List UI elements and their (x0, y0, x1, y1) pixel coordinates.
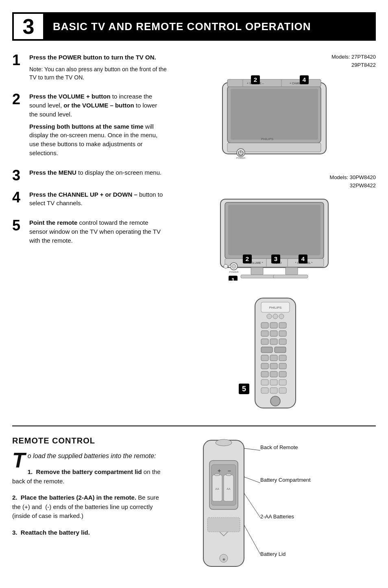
chapter-number: 3 (12, 12, 45, 41)
chapter-title: Basic TV and Remote Control Operation (45, 15, 376, 38)
annotation-2aa-batteries: 2-AA Batteries (260, 513, 294, 520)
remote-back-svg: + – AA AA ◉ (179, 436, 285, 588)
step-2-main-text: Press the VOLUME + button to increase th… (29, 92, 167, 118)
step-2: 2 Press the VOLUME + button to increase … (12, 92, 167, 160)
svg-text:POWER: POWER (236, 157, 246, 159)
svg-text:–: – (228, 467, 231, 474)
annotation-battery-compartment: Battery Compartment (260, 477, 311, 483)
step-1-note: Note: You can also press any button on t… (29, 65, 167, 82)
svg-rect-76 (279, 388, 286, 393)
svg-text:2: 2 (254, 76, 257, 83)
svg-rect-21 (228, 205, 320, 255)
step-5-content: Point the remote control toward the remo… (29, 218, 167, 248)
svg-rect-25 (273, 275, 308, 278)
svg-text:2: 2 (246, 255, 249, 262)
step-4: 4 Press the CHANNEL UP + or DOWN – butto… (12, 190, 167, 211)
svg-point-48 (267, 314, 272, 319)
svg-rect-65 (261, 363, 268, 369)
svg-point-50 (279, 314, 284, 319)
section-divider (12, 426, 376, 426)
svg-point-33 (232, 264, 236, 268)
models-bottom-label: Models: 30PW8420 32PW8422 (175, 173, 376, 189)
svg-text:PHILIPS: PHILIPS (261, 137, 274, 141)
svg-point-36 (229, 265, 231, 268)
remote-diagram-area: PHILIPS (231, 294, 320, 417)
main-layout: 1 Press the POWER button to turn the TV … (12, 53, 376, 417)
remote-intro-text: o load the supplied batteries into the r… (28, 452, 156, 459)
svg-text:+: + (218, 467, 221, 474)
svg-line-98 (244, 525, 260, 554)
step-3-main-text: Press the MENU to display the on-screen … (29, 168, 167, 177)
svg-rect-2 (231, 89, 318, 140)
svg-rect-94 (207, 518, 240, 532)
svg-rect-69 (270, 371, 277, 377)
svg-rect-64 (279, 355, 286, 361)
svg-text:3: 3 (274, 255, 277, 262)
svg-text:1: 1 (231, 276, 235, 281)
svg-rect-56 (279, 331, 286, 336)
svg-rect-62 (261, 355, 268, 361)
svg-rect-51 (261, 323, 268, 328)
annotation-back-of-remote: Back of Remote (260, 444, 298, 450)
svg-line-96 (244, 477, 260, 483)
svg-rect-54 (261, 331, 268, 336)
svg-rect-72 (270, 380, 277, 385)
step-num-3: 3 (12, 168, 25, 183)
step-3-content: Press the MENU to display the on-screen … (29, 168, 167, 183)
svg-line-95 (244, 448, 260, 450)
svg-rect-24 (241, 275, 275, 278)
step-4-content: Press the CHANNEL UP + or DOWN – button … (29, 190, 167, 211)
svg-text:5: 5 (242, 385, 246, 393)
tv-top-svg: + VOLUME – + CHANNEL – PHILIPS (218, 75, 332, 160)
svg-rect-88 (215, 474, 220, 476)
remote-substep-3: 3. Reattach the battery lid. (12, 528, 167, 538)
svg-rect-63 (270, 355, 277, 361)
svg-text:4: 4 (301, 255, 305, 262)
step-1: 1 Press the POWER button to turn the TV … (12, 53, 167, 85)
svg-rect-73 (279, 380, 286, 385)
svg-rect-59 (279, 339, 286, 344)
page: 3 Basic TV and Remote Control Operation … (0, 0, 388, 588)
step-5: 5 Point the remote control toward the re… (12, 218, 167, 248)
svg-rect-70 (279, 371, 286, 377)
tv-top-container: + VOLUME – + CHANNEL – PHILIPS (218, 75, 332, 161)
chapter-header: 3 Basic TV and Remote Control Operation (12, 12, 376, 41)
svg-rect-22 (251, 268, 263, 275)
svg-rect-55 (270, 331, 277, 336)
svg-rect-66 (270, 363, 277, 369)
svg-text:AA: AA (227, 487, 231, 490)
svg-line-97 (244, 493, 260, 518)
remote-section-title: REMOTE CONTROL (12, 436, 167, 445)
remote-substep-2: 2. Place the batteries (2-AA) in the rem… (12, 493, 167, 521)
remote-front-svg: PHILIPS (231, 294, 320, 416)
svg-text:PHILIPS: PHILIPS (269, 306, 282, 309)
remote-substep-1: 1. Remove the battery compartment lid on… (12, 467, 167, 486)
svg-rect-67 (279, 363, 286, 369)
svg-text:POWER: POWER (229, 271, 239, 273)
svg-rect-23 (286, 268, 298, 275)
remote-bottom-section: REMOTE CONTROL T o load the supplied bat… (12, 436, 376, 588)
svg-point-49 (273, 314, 278, 319)
svg-rect-89 (226, 474, 231, 476)
svg-text:4: 4 (303, 76, 306, 83)
remote-back-area: + – AA AA ◉ (179, 436, 376, 588)
step-2-content: Press the VOLUME + button to increase th… (29, 92, 167, 160)
svg-rect-52 (270, 323, 277, 328)
left-column: 1 Press the POWER button to turn the TV … (12, 53, 167, 417)
step-4-main-text: Press the CHANNEL UP + or DOWN – button … (29, 190, 167, 208)
step-5-main-text: Point the remote control toward the remo… (29, 218, 167, 245)
big-T-icon: T (12, 451, 25, 469)
svg-text:AA: AA (215, 487, 219, 490)
svg-rect-60 (261, 347, 272, 353)
svg-rect-61 (275, 347, 286, 353)
step-num-4: 4 (12, 190, 25, 211)
svg-point-77 (270, 396, 280, 406)
step-num-5: 5 (12, 218, 25, 248)
svg-rect-71 (261, 380, 268, 385)
annotation-battery-lid: Battery Lid (260, 551, 286, 557)
right-column: Models: 27PT8420 29PT8422 + VOLUME – + C… (175, 53, 376, 417)
tv-bottom-svg: * VOLUME * MENU * CHANNEL * POWER (218, 195, 332, 281)
step-3: 3 Press the MENU to display the on-scree… (12, 168, 167, 183)
step-2-extra: Pressing both buttons at the same time w… (29, 122, 167, 158)
step-1-main-text: Press the POWER button to turn the TV ON… (29, 54, 156, 61)
